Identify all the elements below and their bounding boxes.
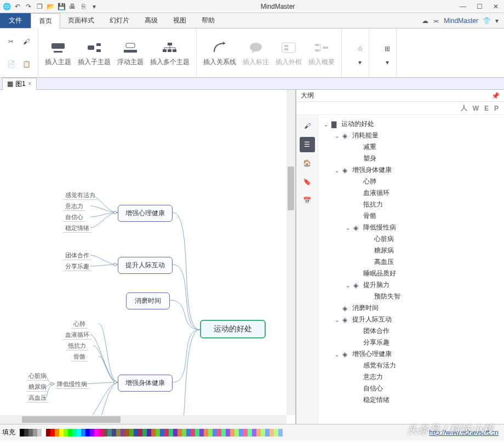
palette-swatch[interactable] — [81, 429, 85, 436]
outline-item[interactable]: 糖尿病 — [320, 245, 502, 256]
sidetab-theme[interactable]: 🏠 — [300, 156, 315, 171]
palette-swatch[interactable] — [37, 429, 42, 436]
palette-swatch[interactable] — [125, 429, 129, 436]
twisty-icon[interactable]: ⌄ — [345, 282, 351, 289]
palette-swatch[interactable] — [177, 429, 182, 436]
close-button[interactable]: ✕ — [488, 0, 504, 13]
palette-swatch[interactable] — [182, 429, 186, 436]
brand-link[interactable]: MindMaster — [444, 17, 478, 25]
collapse-handle[interactable] — [113, 263, 117, 266]
vertical-scrollbar[interactable] — [287, 90, 295, 415]
save-icon[interactable]: 💾 — [57, 2, 66, 11]
palette-swatch[interactable] — [121, 429, 125, 436]
tab-view[interactable]: 视图 — [165, 13, 194, 28]
document-tab-close[interactable]: × — [28, 80, 32, 88]
outline-item[interactable]: ⌄◈增强心理健康 — [320, 348, 502, 360]
outline-item[interactable]: 意志力 — [320, 371, 502, 383]
leaf-topic[interactable]: 分享乐趣 — [63, 262, 91, 271]
palette-swatch[interactable] — [99, 429, 103, 436]
palette-swatch[interactable] — [138, 429, 142, 436]
tab-slideshow[interactable]: 幻灯片 — [102, 13, 137, 28]
palette-swatch[interactable] — [90, 429, 94, 436]
sidetab-outline[interactable]: ☰ — [300, 137, 315, 152]
palette-swatch[interactable] — [173, 429, 177, 436]
palette-swatch[interactable] — [270, 429, 274, 436]
palette-swatch[interactable] — [142, 429, 147, 436]
palette-swatch[interactable] — [129, 429, 134, 436]
outline-item[interactable]: 感觉有活力 — [320, 360, 502, 371]
tshirt-icon[interactable]: 👕 — [483, 17, 491, 25]
outline-item[interactable]: 睡眠品质好 — [320, 268, 502, 279]
leaf-topic[interactable]: 感觉有活力 — [63, 191, 98, 200]
palette-swatch[interactable] — [28, 429, 33, 436]
leaf-topic[interactable]: 团体合作 — [63, 251, 91, 260]
palette-swatch[interactable] — [50, 429, 55, 436]
undo-icon[interactable]: ↶ — [13, 2, 22, 11]
extra-button-2[interactable]: ⊞▾ — [374, 39, 401, 67]
palette-swatch[interactable] — [160, 429, 164, 436]
insert-topic-button[interactable]: 插入主题 — [43, 38, 73, 68]
maximize-button[interactable]: ☐ — [471, 0, 488, 13]
palette-swatch[interactable] — [116, 429, 121, 436]
outline-item[interactable]: 心肺 — [320, 176, 502, 187]
palette-swatch[interactable] — [85, 429, 90, 436]
branch-topic[interactable]: 提升人际互动 — [118, 257, 173, 274]
outline-item[interactable]: 团体合作 — [320, 325, 502, 337]
minimize-button[interactable]: — — [455, 0, 471, 13]
mindmap-canvas[interactable]: 运动的好处增强心理健康感觉有活力意志力自信心稳定情绪提升人际互动团体合作分享乐趣… — [0, 90, 295, 424]
redo-icon[interactable]: ↷ — [24, 2, 33, 11]
palette-swatch[interactable] — [64, 429, 68, 436]
palette-swatch[interactable] — [213, 429, 217, 436]
insert-callout-button[interactable]: 插入标注 — [240, 38, 271, 68]
palette-swatch[interactable] — [226, 429, 230, 436]
insert-subtopic-button[interactable]: 插入子主题 — [76, 38, 113, 68]
palette-swatch[interactable] — [24, 429, 28, 436]
palette-swatch[interactable] — [46, 429, 50, 436]
palette-swatch[interactable] — [186, 429, 191, 436]
palette-swatch[interactable] — [55, 429, 59, 436]
palette-swatch[interactable] — [261, 429, 265, 436]
insert-multi-topic-button[interactable]: 插入多个主题 — [148, 38, 192, 68]
outline-item[interactable]: 血液循环 — [320, 187, 502, 199]
twisty-icon[interactable]: ⌄ — [334, 351, 340, 358]
outline-tree[interactable]: ⌄▇运动的好处⌄◈消耗能量减重塑身⌄◈增强身体健康心肺血液循环抵抗力骨骼⌄◈降低… — [318, 115, 504, 424]
outline-item[interactable]: 抵抗力 — [320, 199, 502, 210]
outline-item[interactable]: 心脏病 — [320, 233, 502, 245]
mode-tab-w[interactable]: W — [473, 105, 479, 112]
palette-swatch[interactable] — [199, 429, 204, 436]
palette-swatch[interactable] — [156, 429, 160, 436]
outline-item[interactable]: ⌄◈提升人际互动 — [320, 314, 502, 325]
palette-swatch[interactable] — [208, 429, 213, 436]
palette-swatch[interactable] — [33, 429, 37, 436]
export-icon[interactable]: ⎘ — [79, 2, 88, 11]
leaf-topic[interactable]: 降低慢性病 — [55, 380, 89, 389]
palette-swatch[interactable] — [112, 429, 116, 436]
palette-swatch[interactable] — [191, 429, 195, 436]
central-topic[interactable]: 运动的好处 — [200, 320, 266, 338]
palette-swatch[interactable] — [20, 429, 24, 436]
mode-tab-person[interactable]: 人 — [461, 104, 467, 113]
horizontal-scrollbar[interactable] — [0, 415, 287, 424]
globe-icon[interactable]: 🌐 — [2, 2, 11, 11]
palette-swatch[interactable] — [230, 429, 234, 436]
palette-swatch[interactable] — [94, 429, 99, 436]
copy-button[interactable]: 📄 — [4, 58, 18, 71]
cut-button[interactable]: ✂ — [4, 35, 18, 48]
insert-boundary-button[interactable]: 插入外框 — [273, 38, 304, 68]
floating-topic-button[interactable]: 浮动主题 — [115, 38, 146, 68]
tab-advanced[interactable]: 高级 — [137, 13, 165, 28]
leaf-topic[interactable]: 心脏病 — [26, 372, 49, 381]
palette-swatch[interactable] — [72, 429, 77, 436]
sidetab-brush[interactable]: 🖌 — [300, 118, 315, 134]
branch-topic[interactable]: 消磨时间 — [126, 292, 170, 309]
outline-item[interactable]: 稳定情绪 — [320, 394, 502, 406]
qat-more-icon[interactable]: ▾ — [90, 2, 99, 11]
outline-item[interactable]: 分享乐趣 — [320, 337, 502, 348]
outline-item[interactable]: ⌄◈提升脑力 — [320, 279, 502, 291]
palette-swatch[interactable] — [248, 429, 252, 436]
leaf-topic[interactable]: 高血压 — [26, 394, 49, 403]
palette-swatch[interactable] — [195, 429, 199, 436]
palette-swatch[interactable] — [234, 429, 239, 436]
tab-page-style[interactable]: 页面样式 — [60, 13, 102, 28]
mode-tab-p[interactable]: P — [494, 105, 499, 112]
